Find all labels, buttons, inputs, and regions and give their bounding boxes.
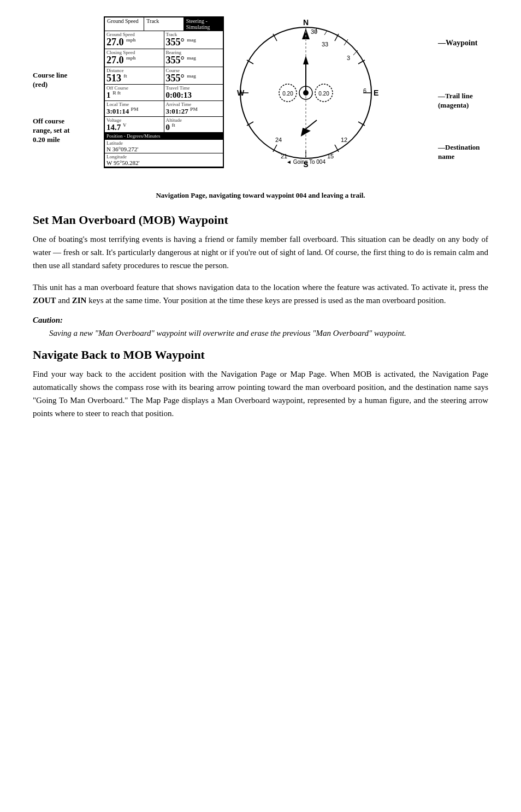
longitude-value: W 95°50.282' [106,159,221,166]
svg-text:6: 6 [363,87,366,94]
section-mob-para2: This unit has a man overboard feature th… [33,281,488,307]
cell-distance: Distance 513 ft [105,67,164,85]
unit-altitude: ft [172,122,175,128]
position-section-header: Position - Degrees/Minutes [105,133,223,140]
svg-text:0.20: 0.20 [282,91,293,97]
trail-line-label: —Trail line(magenta) [438,92,488,110]
tab-track[interactable]: Track [144,17,183,31]
unit-distance: ft [124,73,127,79]
value-bearing: 355° mag [166,55,222,66]
cell-off-course: Off Course 1 R ft [105,85,164,100]
compass-svg: N E S W 33 3 6 30 24 12 21 15 [229,16,382,169]
value-altitude: 0 ft [166,123,222,132]
value-arrival-time: 3:01:27 PM [166,107,222,116]
latitude-value: N 36°09.272' [106,146,221,152]
svg-text:0.20: 0.20 [318,91,329,97]
value-voltage: 14.7 V [106,123,162,132]
value-local-time: 3:01:14 PM [106,107,162,116]
unit-off-course: R ft [113,90,121,96]
svg-text:30: 30 [311,28,317,35]
cell-closing-speed: Closing Speed 27.0 mph [105,49,164,67]
value-ground-speed: 27.0 mph [106,37,162,48]
row-times: Local Time 3:01:14 PM Arrival Time 3:01:… [105,101,223,117]
longitude-row: Longitude W 95°50.282' [105,153,223,167]
svg-text:E: E [374,88,378,97]
section-mob-para1: One of boating's most terrifying events … [33,233,488,272]
row-offcourse-traveltime: Off Course 1 R ft Travel Time 0:00:13 [105,85,223,101]
unit-track: mag [187,37,196,43]
svg-point-37 [303,90,309,96]
svg-text:N: N [303,18,309,27]
tab-row: Ground Speed Track Steering - Simulating [105,17,223,31]
cell-course: Course 355° mag [164,67,223,85]
figure-caption: Navigation Page, navigating toward waypo… [33,191,488,200]
cell-ground-speed: Ground Speed 27.0 mph [105,31,164,49]
unit-arrival-time: PM [190,106,198,112]
svg-text:12: 12 [341,137,347,143]
svg-text:W: W [237,88,245,97]
unit-course: mag [187,73,196,79]
right-labels: —Waypoint —Trail line(magenta) —Destinat… [434,16,488,183]
waypoint-label: —Waypoint [438,38,488,48]
row-voltage-altitude: Voltage 14.7 V Altitude 0 ft [105,117,223,133]
cell-track: Track 355° mag [164,31,223,49]
course-line-label: Course line(red) [33,71,104,90]
value-off-course: 1 R ft [106,91,162,100]
row-distance-course: Distance 513 ft Course 355° mag [105,67,223,85]
compass-area: N E S W 33 3 6 30 24 12 21 15 [229,16,434,169]
latitude-label: Latitude [106,140,221,146]
row-closing-bearing: Closing Speed 27.0 mph Bearing 355° mag [105,49,223,67]
unit-bearing: mag [187,55,196,61]
latitude-row: Latitude N 36°09.272' [105,140,223,153]
caution-heading: Caution: [33,316,488,325]
section-heading-mob: Set Man Overboard (MOB) Waypoint [33,213,488,227]
unit-local-time: PM [131,106,138,112]
svg-text:◄ Going To 004: ◄ Going To 004 [286,159,325,165]
nav-panel: Ground Speed Track Steering - Simulating… [104,16,224,168]
cell-bearing: Bearing 355° mag [164,49,223,67]
value-travel-time: 0:00:13 [166,91,222,100]
label-voltage: Voltage [106,117,162,123]
value-track: 355° mag [166,37,222,48]
cell-arrival-time: Arrival Time 3:01:27 PM [164,101,223,116]
section-heading-navigate: Navigate Back to MOB Waypoint [33,348,488,362]
bold-zin: ZIN [72,296,87,305]
svg-text:15: 15 [327,153,334,159]
tab-steering[interactable]: Steering - Simulating [184,17,223,31]
value-course: 355° mag [166,73,222,84]
unit-voltage: V [123,122,127,128]
off-course-label: Off courserange, set at0.20 mile [33,117,104,145]
cell-altitude: Altitude 0 ft [164,117,223,133]
unit-ground-speed: mph [126,37,136,43]
destination-name-label: —Destinationname [438,143,488,162]
value-distance: 513 ft [106,73,162,84]
bold-zout: ZOUT [33,296,56,305]
svg-text:24: 24 [275,137,282,143]
label-travel-time: Travel Time [166,85,222,91]
cell-travel-time: Travel Time 0:00:13 [164,85,223,100]
tab-ground-speed[interactable]: Ground Speed [105,17,144,31]
svg-text:33: 33 [322,41,328,48]
left-labels: Course line(red) Off courserange, set at… [33,16,104,153]
svg-text:3: 3 [347,55,350,61]
caution-body: Saving a new "Man Overboard" waypoint wi… [49,327,488,340]
longitude-label: Longitude [106,154,221,159]
cell-voltage: Voltage 14.7 V [105,117,164,133]
cell-local-time: Local Time 3:01:14 PM [105,101,164,116]
row-speed-track: Ground Speed 27.0 mph Track 355° mag [105,31,223,49]
value-closing-speed: 27.0 mph [106,55,162,66]
unit-closing-speed: mph [126,55,136,61]
section-navigate-para1: Find your way back to the accident posit… [33,368,488,420]
figure-container: Course line(red) Off courserange, set at… [33,16,488,183]
